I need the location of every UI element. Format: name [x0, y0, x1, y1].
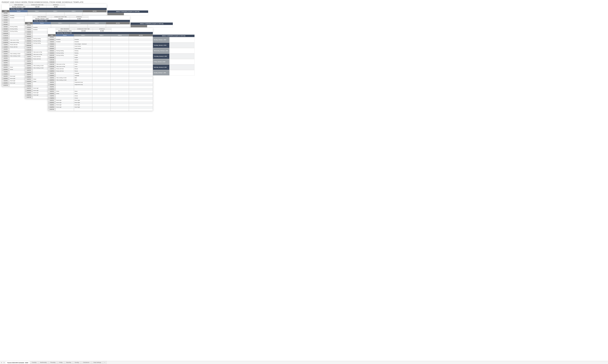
weekly-overview-cell[interactable]: [169, 65, 194, 70]
cell-parent[interactable]: Movie night: [56, 100, 74, 102]
cell-parent[interactable]: Video meeting w/ client: [56, 79, 74, 81]
cell-child[interactable]: [111, 43, 129, 45]
cell-parent[interactable]: [56, 81, 74, 84]
cell-child[interactable]: [28, 13, 46, 15]
cell-child[interactable]: [88, 24, 106, 27]
cell-child[interactable]: [92, 73, 111, 75]
cell-child[interactable]: [92, 104, 111, 106]
cell-notes[interactable]: [129, 106, 153, 109]
cell-parent[interactable]: Video lunch w/ Pete: [56, 66, 74, 68]
cell-child[interactable]: [92, 109, 111, 111]
cell-child[interactable]: [92, 102, 111, 104]
weekly-overview-cell[interactable]: [169, 37, 194, 42]
cell-child[interactable]: Social Studies: [74, 45, 92, 48]
cell-notes[interactable]: [129, 88, 153, 91]
cell-parent[interactable]: [56, 48, 74, 50]
cell-child[interactable]: [111, 109, 129, 111]
cell-child[interactable]: Reading: [74, 50, 92, 52]
cell-notes[interactable]: [129, 54, 153, 57]
cell-child[interactable]: [92, 95, 111, 97]
cell-child[interactable]: [111, 54, 129, 57]
cell-child[interactable]: [111, 104, 129, 106]
cell-child[interactable]: [92, 88, 111, 91]
cell-child[interactable]: Math: [74, 79, 92, 81]
cell-parent[interactable]: Recess with kids: [56, 70, 74, 73]
cell-child[interactable]: [111, 84, 129, 86]
cell-child[interactable]: [92, 97, 111, 100]
cell-parent[interactable]: [56, 57, 74, 59]
cell-child[interactable]: [111, 57, 129, 59]
cell-child[interactable]: [92, 54, 111, 57]
cell-notes[interactable]: [129, 41, 153, 43]
cell-notes[interactable]: [83, 13, 107, 15]
cell-child[interactable]: [111, 102, 129, 104]
cell-parent[interactable]: Morning meeting: [56, 52, 74, 54]
cell-notes[interactable]: [129, 64, 153, 66]
cell-child[interactable]: [111, 64, 129, 66]
cell-child[interactable]: [111, 73, 129, 75]
cell-parent[interactable]: Video lunch w/ Pete: [56, 64, 74, 66]
cell-parent[interactable]: Dinner: [56, 91, 74, 93]
cell-child[interactable]: [111, 81, 129, 84]
cell-notes[interactable]: [129, 50, 153, 52]
cell-parent[interactable]: [56, 73, 74, 75]
cell-parent[interactable]: Breakfast: [56, 41, 74, 43]
cell-parent[interactable]: [56, 109, 74, 111]
cell-notes[interactable]: [129, 45, 153, 48]
cell-notes[interactable]: [129, 77, 153, 79]
cell-child[interactable]: [92, 59, 111, 61]
cell-child[interactable]: Dinner: [74, 93, 92, 95]
cell-child[interactable]: Recess: [74, 70, 92, 73]
cell-child[interactable]: [92, 79, 111, 81]
cell-notes[interactable]: [129, 93, 153, 95]
cell-notes[interactable]: [129, 109, 153, 111]
cell-parent[interactable]: Video meeting w/ client: [56, 77, 74, 79]
cell-child[interactable]: [74, 88, 92, 91]
cell-child[interactable]: Movie Night: [74, 104, 92, 106]
cell-parent[interactable]: [56, 43, 74, 45]
cell-child[interactable]: [111, 86, 129, 88]
cell-child[interactable]: Math: [74, 77, 92, 79]
cell-child[interactable]: [111, 106, 129, 109]
cell-notes[interactable]: [129, 100, 153, 102]
cell-parent[interactable]: Breakfast: [56, 39, 74, 41]
cell-child[interactable]: [74, 109, 92, 111]
cell-parent[interactable]: [56, 84, 74, 86]
cell-child[interactable]: English: [74, 54, 92, 57]
cell-child[interactable]: Movie Night: [74, 100, 92, 102]
cell-child[interactable]: Science: [74, 61, 92, 64]
cell-parent[interactable]: [9, 13, 28, 15]
cell-notes[interactable]: [106, 24, 130, 27]
cell-child[interactable]: [92, 84, 111, 86]
cell-child[interactable]: [92, 39, 111, 41]
cell-child[interactable]: Independent study: [74, 81, 92, 84]
cell-notes[interactable]: [129, 97, 153, 100]
cell-child[interactable]: [92, 64, 111, 66]
cell-parent[interactable]: Movie night: [56, 102, 74, 104]
cell-child[interactable]: [92, 106, 111, 109]
cell-child[interactable]: [92, 57, 111, 59]
cell-parent[interactable]: [56, 61, 74, 64]
cell-child[interactable]: [111, 79, 129, 81]
cell-notes[interactable]: [129, 79, 153, 81]
cell-notes[interactable]: [129, 102, 153, 104]
cell-child[interactable]: [111, 48, 129, 50]
cell-parent[interactable]: Morning meeting: [56, 54, 74, 57]
cell-child[interactable]: [111, 75, 129, 77]
cell-child[interactable]: [111, 61, 129, 64]
cell-parent[interactable]: [56, 97, 74, 100]
cell-child[interactable]: [46, 13, 64, 15]
cell-notes[interactable]: [129, 48, 153, 50]
cell-notes[interactable]: [129, 39, 153, 41]
cell-child[interactable]: [92, 70, 111, 73]
cell-child[interactable]: [92, 50, 111, 52]
cell-child[interactable]: Movie Night: [74, 102, 92, 104]
cell-child[interactable]: [92, 77, 111, 79]
cell-child[interactable]: [111, 41, 129, 43]
cell-child[interactable]: Breakfast: [74, 39, 92, 41]
cell-child[interactable]: [92, 75, 111, 77]
cell-child[interactable]: [92, 81, 111, 84]
cell-child[interactable]: Lunch: [74, 66, 92, 68]
cell-child[interactable]: [111, 50, 129, 52]
cell-child[interactable]: [92, 41, 111, 43]
